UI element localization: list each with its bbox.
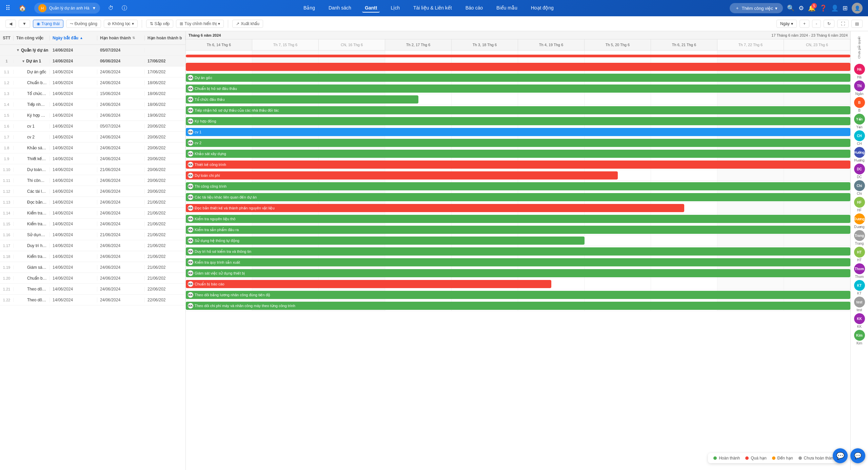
sidebar-avatar[interactable]: Yến	[854, 114, 865, 125]
table-row[interactable]: 1.10 Dự toán chi phí 14/06/2024 21/06/20…	[0, 164, 185, 175]
columns-button[interactable]: ▤	[851, 20, 863, 28]
gantt-bar[interactable]: KKKý hợp đồng	[186, 117, 850, 125]
grid-icon[interactable]: ⊞	[843, 4, 848, 12]
gantt-bar[interactable]: KKcv 1	[186, 128, 850, 136]
table-row[interactable]: 1.20 Chuẩn bị báo cáo 14/06/2024 24/06/2…	[0, 273, 185, 284]
filter-button[interactable]: ⊘ Không lọc ▾	[104, 20, 138, 28]
table-row[interactable]: 1.4 Tiếp nhận hồ sơ dự thầu củ 14/06/202…	[0, 99, 185, 110]
table-row[interactable]: 1 ▼ Dự án 1 14/06/2024 06/06/2024 17/06/…	[0, 56, 185, 67]
gantt-bar[interactable]: KKKiểm tra nguyên liệu thô	[186, 215, 850, 223]
table-row[interactable]: 1.6 cv 1 14/06/2024 05/07/2024 20/06/202	[0, 121, 185, 132]
view-mode-select[interactable]: Ngày ▾	[776, 20, 797, 28]
gantt-bar[interactable]: KKChuẩn bị báo cáo	[186, 280, 551, 288]
col-deadline[interactable]: Hạn hoàn thành ⇅	[97, 36, 145, 40]
table-row[interactable]: 1.21 Theo dõi bảng lương nhân c 14/06/20…	[0, 284, 185, 295]
table-row[interactable]: 1.11 Thi công công trình 14/06/2024 24/0…	[0, 175, 185, 186]
table-row[interactable]: 1.2 Chuẩn bị hồ sơ đấu thầu 14/06/2024 2…	[0, 77, 185, 88]
gantt-bar[interactable]: KKTiếp nhận hồ sơ dự thầu của các nhà th…	[186, 106, 850, 114]
user-menu-icon[interactable]: 👤	[831, 4, 839, 12]
sidebar-avatar[interactable]: B	[854, 97, 865, 108]
zoom-in-button[interactable]: +	[800, 20, 809, 28]
question-icon[interactable]: ❓	[820, 4, 827, 12]
gantt-bar[interactable]: KKChuẩn bị hồ sơ đấu thầu	[186, 84, 850, 93]
sidebar-avatar[interactable]: HT	[854, 247, 865, 258]
table-row[interactable]: 1.5 Ký hợp đồng 14/06/2024 24/06/2024 19…	[0, 110, 185, 121]
table-row[interactable]: 1.9 Thiết kế công trình 14/06/2024 24/06…	[0, 153, 185, 164]
notification-bell[interactable]: 🔔 5	[808, 4, 815, 12]
table-row[interactable]: 1.13 Đọc bản thiết kế và thành ph 14/06/…	[0, 197, 185, 208]
gantt-bar[interactable]: KKTổ chức đấu thầu	[186, 95, 418, 104]
table-row[interactable]: 1.8 Khảo sát xây dựng 14/06/2024 24/06/2…	[0, 143, 185, 153]
sidebar-avatar[interactable]: HF	[854, 197, 865, 208]
gantt-bar[interactable]: KKTheo dõi bảng lương nhân công đúng tiế…	[186, 291, 850, 299]
gantt-bar[interactable]: KKKiểm tra quy trình sản xuất	[186, 258, 850, 266]
apps-icon[interactable]: ⠿	[5, 4, 11, 12]
table-row[interactable]: 1.12 Các tài liệu khác liên quan đ 14/06…	[0, 186, 185, 197]
gantt-group-bar[interactable]	[186, 55, 850, 57]
table-row[interactable]: 1.15 Kiểm tra sản phẩm đầu ra 14/06/2024…	[0, 219, 185, 229]
forward-button[interactable]: ▼	[19, 20, 30, 28]
expand-icon[interactable]: ▼	[16, 48, 20, 52]
gantt-bar[interactable]: KKDự án gốc	[186, 74, 850, 82]
zoom-out-button[interactable]: -	[812, 20, 821, 28]
sidebar-avatar[interactable]: Kim	[854, 330, 865, 341]
fullscreen-button[interactable]: ⛶	[837, 20, 849, 28]
table-row[interactable]: 1.22 Theo dõi chi phí máy và nhà 14/06/2…	[0, 295, 185, 305]
menu-bieu-mau[interactable]: Biểu mẫu	[494, 4, 520, 13]
gantt-bar[interactable]: KKcv 2	[186, 139, 850, 147]
gantt-bar[interactable]: KKCác tài liệu khác liên quan đến dự án	[186, 193, 850, 201]
sidebar-avatar[interactable]: CH	[854, 130, 865, 141]
table-row[interactable]: 1.3 Tổ chức đấu thầu 14/06/2024 15/06/20…	[0, 88, 185, 99]
gantt-bar[interactable]: KKSử dụng hệ thống tự động	[186, 237, 585, 245]
gantt-bar[interactable]: KKThi công công trình	[186, 182, 850, 190]
search-icon[interactable]: 🔍	[787, 4, 794, 12]
sidebar-avatar[interactable]: Chi	[854, 180, 865, 191]
menu-bao-cao[interactable]: Báo cáo	[463, 4, 486, 13]
menu-lich[interactable]: Lịch	[388, 4, 402, 13]
sidebar-avatar[interactable]: test	[854, 297, 865, 307]
sidebar-avatar[interactable]: Trang	[854, 230, 865, 241]
gantt-bar[interactable]: KKGiám sát việc sử dụng thiết bị	[186, 269, 850, 277]
menu-tai-lieu[interactable]: Tài liệu & Liên kết	[411, 4, 455, 13]
duong-gang-button[interactable]: ⤳ Đường găng	[66, 20, 101, 28]
user-avatar[interactable]: 👤	[852, 3, 863, 14]
refresh-button[interactable]: ↻	[824, 20, 834, 28]
gantt-bar[interactable]: KKTheo dõi chi phí máy và nhân công máy …	[186, 302, 850, 310]
table-row[interactable]: 1.19 Giám sát việc sử dụng thiế 14/06/20…	[0, 262, 185, 273]
sidebar-avatar[interactable]: Hướng	[854, 147, 865, 158]
menu-gantt[interactable]: Gantt	[362, 4, 380, 13]
sidebar-avatar[interactable]: KT	[854, 280, 865, 291]
customize-button[interactable]: ⊞ Tùy chỉnh hiển thị ▾	[176, 20, 224, 28]
table-row[interactable]: 1.14 Kiểm tra nguyên liệu thô 14/06/2024…	[0, 208, 185, 219]
global-chat-button[interactable]: 💬	[850, 448, 865, 463]
settings-icon[interactable]: ⚙	[798, 4, 804, 12]
group-header-row[interactable]: ▼ Quản lý dự án anh Hà 14/06/2024 05/07/…	[0, 45, 185, 56]
table-row[interactable]: 1.17 Duy trì hồ sơ kiểm tra và thô 14/06…	[0, 240, 185, 251]
project-selector[interactable]: H Quản lý dự án anh Hà ▼	[34, 3, 100, 14]
gantt-bar[interactable]: KKĐọc bản thiết kế và thành phần nguyên …	[186, 204, 684, 212]
gantt-bar[interactable]: KKDuy trì hồ sơ kiểm tra và thông tin	[186, 247, 850, 256]
sidebar-avatar[interactable]: Hà	[854, 64, 865, 75]
help-icon[interactable]: ⓘ	[122, 5, 127, 12]
sidebar-avatar[interactable]: TN	[854, 80, 865, 91]
gantt-bar[interactable]	[186, 63, 850, 71]
table-row[interactable]: 1.16 Sử dụng hệ thống tự động 14/06/2024…	[0, 229, 185, 240]
menu-hoat-dong[interactable]: Hoạt động	[528, 4, 556, 13]
gantt-bar[interactable]: KKKhảo sát xây dựng	[186, 150, 850, 158]
chat-button[interactable]: 💬	[833, 448, 848, 463]
sort-button[interactable]: ⇅ Sắp xếp	[146, 20, 174, 28]
table-row[interactable]: 1.18 Kiểm tra quy trình sản xuất 14/06/2…	[0, 251, 185, 262]
gantt-bar[interactable]: KKKiểm tra sản phẩm đầu ra	[186, 226, 850, 234]
expand-icon[interactable]: ▼	[22, 59, 25, 63]
menu-danh-sach[interactable]: Danh sách	[326, 4, 354, 13]
sidebar-avatar[interactable]: Thom	[854, 263, 865, 274]
sidebar-avatar[interactable]: KK	[854, 313, 865, 324]
col-start-date[interactable]: Ngày bắt đầu ▲	[50, 36, 97, 40]
table-row[interactable]: 1.1 Dự án gốc 14/06/2024 24/06/2024 17/0…	[0, 67, 185, 77]
export-button[interactable]: ↗ Xuất khẩu	[232, 20, 263, 28]
sidebar-avatar[interactable]: DC	[854, 164, 865, 174]
trang-thai-button[interactable]: ◉ Trạng thái	[33, 20, 63, 28]
menu-bang[interactable]: Bảng	[301, 4, 318, 13]
back-button[interactable]: ◀	[5, 20, 16, 28]
add-task-button[interactable]: ＋ Thêm công việc ▾	[730, 3, 783, 13]
